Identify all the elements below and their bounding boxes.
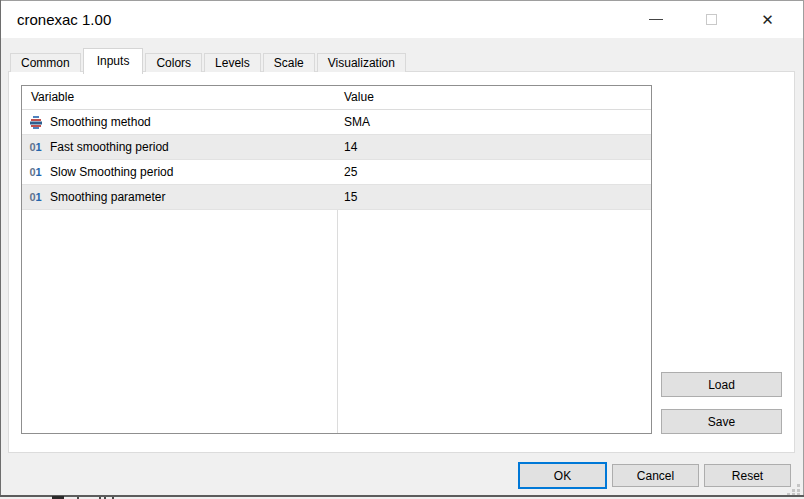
- close-icon: ✕: [761, 12, 774, 27]
- title-bar[interactable]: cronexac 1.00 ✕: [1, 1, 803, 38]
- inputs-table: Variable Value Smoothing method SMA: [21, 85, 652, 434]
- param-row-slow-smoothing-period[interactable]: 01 Slow Smoothing period 25: [22, 160, 651, 185]
- minimize-button[interactable]: [633, 1, 678, 38]
- maximize-button: [689, 1, 734, 38]
- integer-icon: 01: [27, 192, 44, 203]
- tab-colors[interactable]: Colors: [145, 53, 202, 72]
- param-value: SMA: [344, 115, 370, 129]
- tab-inputs[interactable]: Inputs: [83, 48, 144, 74]
- load-button[interactable]: Load: [661, 372, 782, 397]
- reset-button[interactable]: Reset: [704, 464, 791, 487]
- close-button[interactable]: ✕: [745, 1, 790, 38]
- ok-button[interactable]: OK: [518, 462, 607, 489]
- param-label: Smoothing parameter: [50, 190, 165, 204]
- integer-icon-one: 1: [36, 192, 42, 203]
- tab-visualization[interactable]: Visualization: [317, 53, 406, 72]
- column-header-value: Value: [344, 90, 374, 104]
- tab-common[interactable]: Common: [10, 53, 81, 72]
- maximize-icon: [706, 14, 717, 25]
- cancel-button[interactable]: Cancel: [612, 464, 699, 487]
- save-button[interactable]: Save: [661, 409, 782, 434]
- param-label: Smoothing method: [50, 115, 151, 129]
- param-value: 14: [344, 140, 357, 154]
- tab-scale[interactable]: Scale: [263, 53, 315, 72]
- param-value: 25: [344, 165, 357, 179]
- integer-icon-one: 1: [36, 167, 42, 178]
- enum-icon: [27, 116, 44, 129]
- table-rows: Smoothing method SMA 01 Fast smoothing p…: [22, 110, 651, 210]
- column-header-variable: Variable: [31, 90, 74, 104]
- param-label: Fast smoothing period: [50, 140, 169, 154]
- window-title: cronexac 1.00: [17, 11, 111, 28]
- table-header-row: Variable Value: [22, 86, 651, 110]
- param-value: 15: [344, 190, 357, 204]
- window-border-top: [0, 0, 804, 1]
- integer-icon: 01: [27, 142, 44, 153]
- integer-icon: 01: [27, 167, 44, 178]
- minimize-icon: [649, 19, 663, 20]
- window-border-left: [0, 0, 1, 497]
- param-row-smoothing-parameter[interactable]: 01 Smoothing parameter 15: [22, 185, 651, 210]
- tab-levels[interactable]: Levels: [204, 53, 261, 72]
- param-row-fast-smoothing-period[interactable]: 01 Fast smoothing period 14: [22, 135, 651, 160]
- tab-strip: Common Inputs Colors Levels Scale Visual…: [10, 46, 408, 72]
- param-label: Slow Smoothing period: [50, 165, 173, 179]
- param-row-smoothing-method[interactable]: Smoothing method SMA: [22, 110, 651, 135]
- integer-icon-one: 1: [36, 142, 42, 153]
- indicator-properties-dialog: cronexac 1.00 ✕ Common Inputs Colors Lev…: [0, 0, 804, 499]
